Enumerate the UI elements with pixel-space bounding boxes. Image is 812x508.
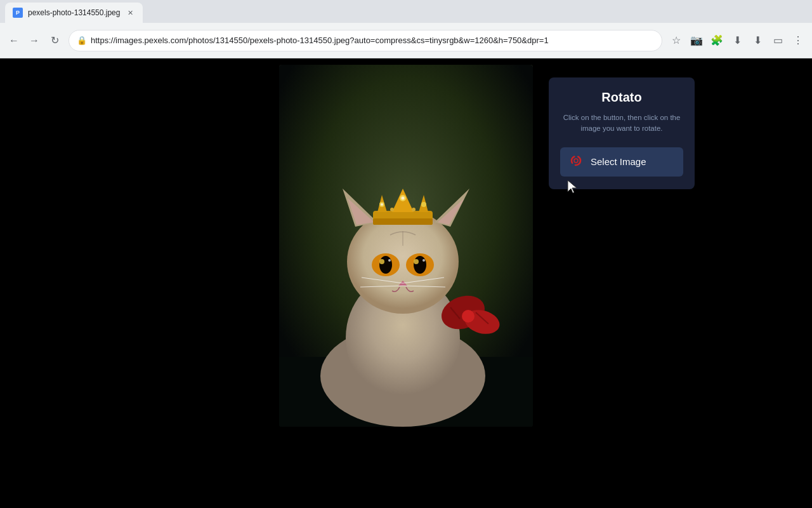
select-icon xyxy=(570,155,584,169)
profile-button[interactable]: ⬇ xyxy=(728,32,746,50)
toolbar-right: ☆ 📷 🧩 ⬇ ⬇ ▭ ⋮ xyxy=(667,32,807,50)
tab-title: pexels-photo-1314550.jpeg xyxy=(28,8,120,17)
svg-point-13 xyxy=(414,256,426,274)
svg-point-15 xyxy=(414,259,419,264)
address-bar[interactable]: 🔒 https://images.pexels.com/photos/13145… xyxy=(69,30,662,51)
extensions-button[interactable]: 🧩 xyxy=(708,32,726,50)
tab-bar: P pexels-photo-1314550.jpeg ✕ xyxy=(0,0,812,23)
svg-point-33 xyxy=(412,208,416,211)
popup-title: Rotato xyxy=(560,90,683,105)
popup-description: Click on the button, then click on the i… xyxy=(560,112,683,135)
mouse-cursor xyxy=(566,179,579,194)
active-tab[interactable]: P pexels-photo-1314550.jpeg ✕ xyxy=(5,3,143,23)
cat-illustration xyxy=(279,65,533,427)
forward-button[interactable]: → xyxy=(25,32,43,50)
svg-point-34 xyxy=(381,203,383,206)
svg-point-16 xyxy=(388,259,391,262)
url-text: https://images.pexels.com/photos/1314550… xyxy=(91,36,654,45)
svg-point-41 xyxy=(572,156,580,165)
page-content: Rotato Click on the button, then click o… xyxy=(0,58,812,508)
svg-point-12 xyxy=(379,256,392,274)
svg-point-31 xyxy=(421,202,426,207)
svg-point-17 xyxy=(422,259,425,262)
select-image-label: Select Image xyxy=(591,156,646,167)
svg-point-38 xyxy=(462,310,475,323)
svg-point-32 xyxy=(390,208,394,211)
tab-close-icon[interactable]: ✕ xyxy=(125,8,135,18)
lock-icon: 🔒 xyxy=(77,36,87,45)
tab-favicon: P xyxy=(13,8,23,18)
menu-button[interactable]: ⋮ xyxy=(789,32,807,50)
back-button[interactable]: ← xyxy=(5,32,23,50)
svg-point-42 xyxy=(574,159,578,163)
download-button[interactable]: ⬇ xyxy=(749,32,766,50)
extension-camera-button[interactable]: 📷 xyxy=(688,32,705,50)
svg-rect-25 xyxy=(373,218,433,225)
cat-image xyxy=(279,65,533,427)
extension-popup: Rotato Click on the button, then click o… xyxy=(549,77,695,189)
svg-point-35 xyxy=(402,197,405,200)
select-image-button[interactable]: Select Image xyxy=(560,147,683,177)
bookmark-button[interactable]: ☆ xyxy=(667,32,685,50)
svg-point-5 xyxy=(347,210,459,314)
reload-button[interactable]: ↻ xyxy=(46,32,63,50)
spinner-icon xyxy=(570,155,584,169)
browser-chrome: ← → ↻ 🔒 https://images.pexels.com/photos… xyxy=(0,23,812,58)
sidebar-button[interactable]: ▭ xyxy=(769,32,787,50)
nav-buttons: ← → ↻ xyxy=(5,32,63,50)
svg-point-14 xyxy=(379,259,384,264)
svg-marker-43 xyxy=(568,180,577,193)
